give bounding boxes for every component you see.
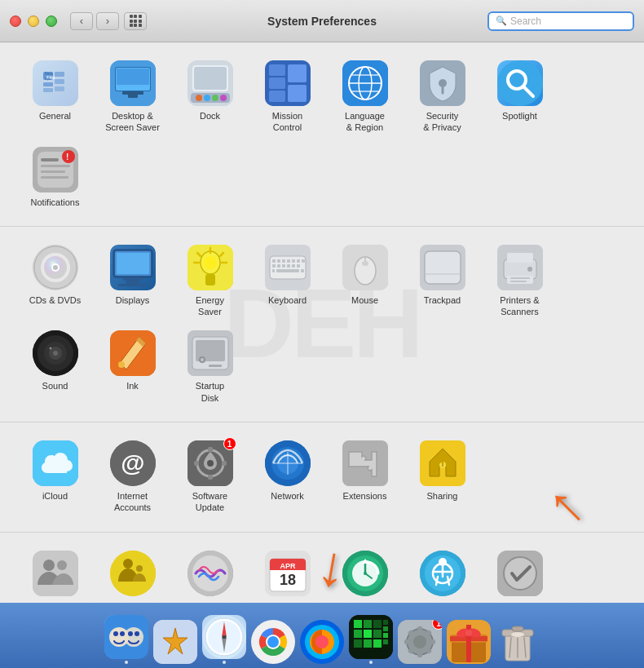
svg-point-143 (192, 555, 228, 591)
svg-rect-12 (117, 69, 149, 85)
maximize-button[interactable] (46, 15, 57, 27)
pref-extensions[interactable]: Extensions (326, 434, 404, 520)
svg-rect-198 (364, 639, 372, 648)
minimize-button[interactable] (28, 15, 39, 27)
dock-sysprefs[interactable]: 1 (398, 620, 442, 664)
keyboard-icon (265, 245, 311, 290)
dock-safari[interactable] (202, 615, 246, 664)
svg-point-170 (113, 631, 118, 636)
dock-firefox[interactable] (300, 620, 344, 664)
svg-point-171 (120, 631, 125, 636)
back-button[interactable]: ‹ (70, 12, 93, 30)
firefox-icon (300, 620, 344, 664)
pref-spotlight[interactable]: Spotlight (481, 54, 558, 140)
icon-grid-personal: File New Ops General (16, 54, 628, 215)
search-input[interactable] (510, 15, 626, 27)
dock-pixelmate[interactable] (349, 615, 393, 664)
pref-language[interactable]: Language& Region (326, 54, 404, 140)
svg-rect-27 (288, 64, 307, 82)
svg-point-53 (53, 265, 58, 270)
icon-grid-hardware: CDs & DVDs Displays (16, 238, 628, 410)
dock-launchpad[interactable] (153, 620, 197, 664)
pref-desktop[interactable]: Desktop &Screen Saver (94, 54, 171, 140)
pref-cds[interactable]: CDs & DVDs (16, 238, 94, 325)
pref-accessibility[interactable]: Accessibility (404, 544, 481, 603)
pref-ink[interactable]: Ink (94, 324, 171, 410)
svg-text:Ops: Ops (45, 77, 51, 81)
svg-rect-4 (55, 79, 64, 84)
accessibility-icon (420, 551, 465, 596)
svg-rect-92 (425, 251, 461, 284)
sharing-label: Sharing (427, 490, 458, 502)
pref-general[interactable]: File New Ops General (16, 54, 94, 140)
dock-trash[interactable] (496, 620, 540, 664)
svg-rect-203 (383, 639, 388, 644)
window-title: System Preferences (267, 15, 377, 28)
pref-internet-accounts[interactable]: @ InternetAccounts (94, 434, 171, 520)
svg-rect-194 (354, 630, 362, 638)
pref-parental[interactable]: ParentalControls (94, 544, 171, 603)
general-label: General (39, 110, 71, 122)
pref-security[interactable]: Security& Privacy (404, 54, 481, 140)
pref-mouse[interactable]: Mouse (326, 238, 404, 325)
pref-startup[interactable]: StartupDisk (171, 324, 249, 410)
pref-dock[interactable]: Dock (171, 54, 249, 140)
pref-trackpad[interactable]: Trackpad (404, 238, 481, 325)
pref-icloud[interactable]: iCloud (16, 434, 94, 520)
svg-rect-76 (297, 259, 300, 263)
close-button[interactable] (10, 15, 21, 27)
pref-keyboard[interactable]: Keyboard (249, 238, 326, 325)
svg-point-166 (504, 557, 536, 590)
security-label: Security& Privacy (423, 110, 461, 134)
svg-rect-82 (292, 264, 295, 268)
svg-rect-136 (33, 551, 78, 596)
siri-label: Siri (204, 600, 217, 603)
svg-rect-208 (417, 652, 422, 657)
dock-chrome[interactable] (251, 620, 295, 664)
svg-text:18: 18 (279, 572, 295, 588)
pref-software-update[interactable]: 1 SoftwareUpdate (171, 434, 249, 520)
pref-users[interactable]: Users &Groups (16, 544, 94, 603)
mouse-label: Mouse (351, 294, 378, 306)
cds-label: CDs & DVDs (29, 294, 82, 306)
pref-timemachine[interactable]: TimeMachine (326, 544, 404, 603)
svg-rect-71 (272, 259, 276, 263)
pref-siri[interactable]: Siri (171, 544, 249, 603)
trash-icon (496, 620, 540, 664)
pref-notifications[interactable]: ! Notifications (16, 140, 94, 215)
svg-rect-122 (208, 475, 213, 480)
profiles-label: Profiles (505, 600, 535, 603)
trackpad-label: Trackpad (424, 294, 461, 306)
pref-sound[interactable]: Sound (16, 324, 94, 410)
grid-view-button[interactable] (124, 12, 147, 30)
search-box[interactable]: 🔍 (487, 11, 634, 31)
pref-displays[interactable]: Displays (94, 238, 171, 325)
svg-point-173 (135, 631, 139, 636)
desktop-label: Desktop &Screen Saver (105, 110, 160, 134)
dock-finder[interactable] (104, 615, 148, 664)
pref-datetime[interactable]: APR 18 Date & Time (249, 544, 326, 603)
desktop-icon (110, 60, 156, 106)
svg-point-222 (465, 630, 472, 636)
pref-network[interactable]: Network (249, 434, 326, 520)
icon-grid-internet: iCloud @ InternetAccounts (16, 434, 628, 520)
timemachine-icon (342, 551, 388, 596)
pref-mission[interactable]: MissionControl (249, 54, 326, 140)
svg-rect-2 (43, 88, 53, 92)
software-update-label: SoftwareUpdate (192, 490, 227, 514)
dock-giftbox[interactable] (447, 620, 491, 664)
forward-button[interactable]: › (96, 12, 119, 30)
svg-rect-199 (373, 639, 382, 648)
pref-profiles[interactable]: Profiles (481, 544, 558, 603)
pref-energy[interactable]: EnergySaver (171, 238, 249, 325)
network-label: Network (271, 490, 303, 502)
trackpad-icon (420, 245, 465, 290)
svg-rect-124 (222, 461, 227, 466)
svg-rect-96 (507, 253, 533, 263)
pref-printers[interactable]: Printers &Scanners (481, 238, 558, 325)
pref-sharing[interactable]: Sharing (404, 434, 481, 520)
users-label: Users &Groups (39, 600, 71, 603)
grid-dots-icon (130, 15, 142, 27)
svg-rect-73 (282, 259, 285, 263)
finder-icon (104, 615, 148, 659)
